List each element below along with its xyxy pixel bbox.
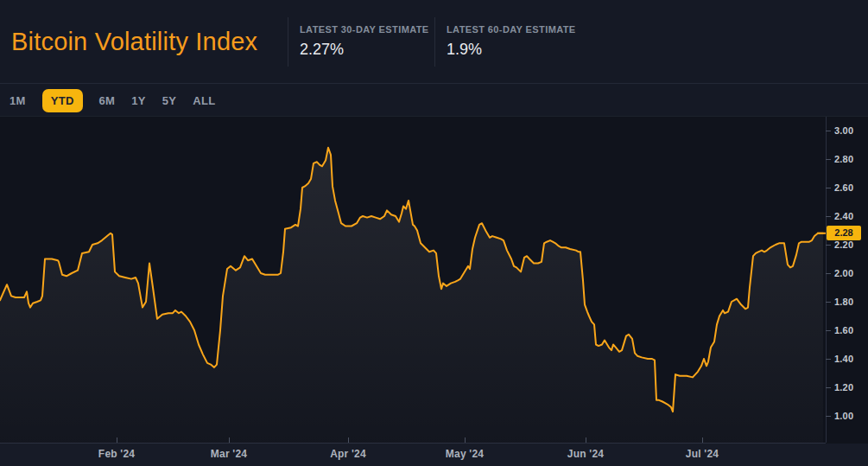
y-axis-line xyxy=(826,117,827,443)
x-axis-label: Feb '24 xyxy=(98,448,135,460)
y-axis-label: 2.40 xyxy=(834,211,853,221)
x-axis-tick xyxy=(117,437,117,443)
estimate-60day: LATEST 60-DAY ESTIMATE 1.9% xyxy=(435,24,581,59)
y-axis-tick xyxy=(826,387,831,388)
y-axis-label: 1.20 xyxy=(834,382,853,393)
y-axis-label: 1.60 xyxy=(834,325,853,335)
tab-all[interactable]: ALL xyxy=(193,90,215,112)
y-axis-tick xyxy=(826,216,831,217)
estimate-60day-label: LATEST 60-DAY ESTIMATE xyxy=(447,24,581,35)
range-tabs: 1MYTD6M1Y5YALL xyxy=(0,85,868,117)
x-axis-tick xyxy=(348,437,349,443)
y-axis-tick xyxy=(826,330,831,331)
x-axis-label: Mar '24 xyxy=(211,448,247,460)
y-axis-tick xyxy=(826,359,831,360)
y-axis-label: 2.60 xyxy=(834,182,853,193)
x-axis-tick xyxy=(229,437,230,443)
x-axis-label: Apr '24 xyxy=(330,448,366,460)
y-axis-label: 3.00 xyxy=(834,125,853,136)
header: Bitcoin Volatility Index LATEST 30-DAY E… xyxy=(0,0,868,84)
tab-1m[interactable]: 1M xyxy=(10,90,26,112)
estimate-30day-label: LATEST 30-DAY ESTIMATE xyxy=(300,24,434,35)
y-axis-tick xyxy=(826,159,831,160)
y-axis-label: 1.00 xyxy=(834,411,853,421)
bitcoin-volatility-widget: Bitcoin Volatility Index LATEST 30-DAY E… xyxy=(0,0,868,466)
tab-1y[interactable]: 1Y xyxy=(131,90,146,112)
tab-5y[interactable]: 5Y xyxy=(162,90,177,112)
chart-area: 3.002.802.602.402.202.001.801.601.401.20… xyxy=(0,117,868,466)
x-axis-tick xyxy=(586,437,586,443)
x-axis-tick xyxy=(465,437,466,443)
y-axis-label: 2.00 xyxy=(834,268,853,278)
tab-ytd[interactable]: YTD xyxy=(42,89,83,112)
y-axis-tick xyxy=(826,416,831,417)
y-axis-label: 1.80 xyxy=(834,297,853,307)
y-axis-tick xyxy=(826,245,831,246)
x-axis-label: Jun '24 xyxy=(567,448,604,460)
x-axis-line xyxy=(0,443,826,444)
y-axis-tick xyxy=(826,302,831,303)
estimate-30day-value: 2.27% xyxy=(300,41,434,59)
estimate-60day-value: 1.9% xyxy=(447,41,581,59)
estimate-30day: LATEST 30-DAY ESTIMATE 2.27% xyxy=(288,24,434,59)
x-axis-tick xyxy=(702,437,703,443)
x-axis-label: Jul '24 xyxy=(686,448,719,460)
current-value-badge: 2.28 xyxy=(827,226,861,240)
tab-6m[interactable]: 6M xyxy=(99,90,116,112)
volatility-area-fill xyxy=(0,148,823,443)
y-axis-label: 2.80 xyxy=(834,154,853,164)
y-axis-tick xyxy=(826,273,831,274)
x-axis-label: May '24 xyxy=(446,448,484,460)
volatility-line-plot[interactable] xyxy=(0,117,826,443)
y-axis-tick xyxy=(826,131,831,131)
page-title: Bitcoin Volatility Index xyxy=(0,28,288,56)
y-axis-tick xyxy=(826,188,831,188)
y-axis-label: 2.20 xyxy=(834,239,853,250)
y-axis-label: 1.40 xyxy=(834,354,853,364)
